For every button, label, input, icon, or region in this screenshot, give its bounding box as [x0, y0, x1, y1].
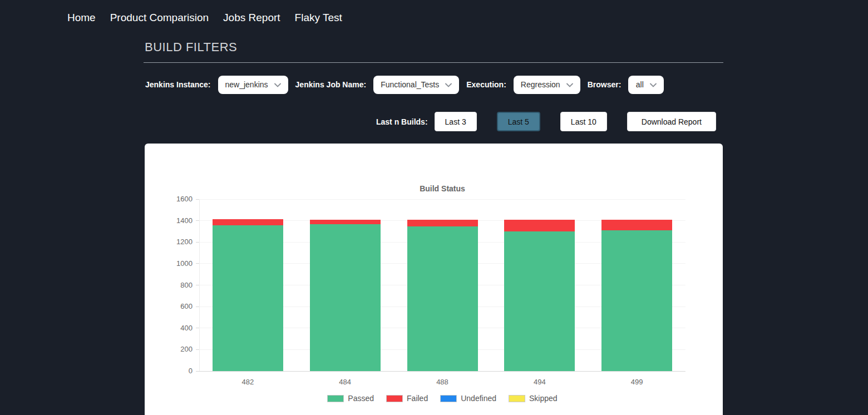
legend-swatch-failed — [386, 395, 403, 402]
legend-swatch-passed — [327, 395, 344, 402]
y-axis-label: 1000 — [162, 259, 193, 268]
legend-label: Passed — [348, 394, 374, 403]
y-axis-tick — [196, 263, 199, 264]
chevron-down-icon — [445, 80, 452, 89]
x-axis-label: 499 — [588, 378, 685, 386]
y-axis-tick — [196, 307, 199, 307]
browser-label: Browser: — [588, 80, 622, 89]
section-divider — [144, 62, 723, 63]
chart-card: Build Status 020040060080010001200140016… — [145, 144, 723, 415]
x-axis-label: 482 — [199, 378, 297, 386]
bar-segment-failed[interactable] — [504, 220, 575, 231]
legend-item-undefined[interactable]: Undefined — [440, 394, 496, 403]
y-axis-label: 1400 — [162, 216, 193, 225]
top-nav: Home Product Comparision Jobs Report Fla… — [67, 12, 342, 24]
page: Home Product Comparision Jobs Report Fla… — [0, 0, 868, 415]
execution-value: Regression — [521, 80, 560, 89]
download-report-button[interactable]: Download Report — [627, 112, 716, 131]
y-axis-label: 800 — [162, 281, 193, 289]
last-3-button[interactable]: Last 3 — [435, 112, 477, 131]
x-axis-label: 494 — [491, 378, 588, 386]
y-axis-tick — [196, 349, 199, 350]
nav-item-home[interactable]: Home — [67, 12, 96, 24]
y-axis-label: 1200 — [162, 238, 193, 246]
legend-item-failed[interactable]: Failed — [386, 394, 428, 403]
chevron-down-icon — [650, 80, 657, 89]
legend-swatch-skipped — [509, 395, 525, 402]
y-axis-label: 1600 — [162, 195, 193, 203]
last-10-button[interactable]: Last 10 — [560, 112, 607, 131]
browser-select[interactable]: all — [628, 76, 664, 94]
browser-value: all — [636, 80, 644, 89]
y-axis-tick — [196, 199, 199, 200]
bar-segment-passed[interactable] — [601, 230, 672, 371]
jenkins-job-name-group: Jenkins Job Name: Functional_Tests — [295, 76, 460, 94]
y-axis-tick — [196, 242, 199, 243]
gridline — [199, 199, 685, 200]
bar-segment-passed[interactable] — [213, 225, 283, 371]
filter-row: Jenkins Instance: new_jenkins Jenkins Jo… — [145, 75, 671, 94]
jenkins-instance-select[interactable]: new_jenkins — [218, 76, 288, 94]
jenkins-job-name-value: Functional_Tests — [381, 80, 439, 89]
build-filters-title: BUILD FILTERS — [145, 40, 237, 55]
browser-group: Browser: all — [588, 76, 664, 94]
jenkins-instance-group: Jenkins Instance: new_jenkins — [145, 76, 288, 94]
build-status-chart: 0200400600800100012001400160048248448849… — [199, 199, 685, 371]
x-axis-label: 488 — [394, 378, 491, 386]
bar-segment-failed[interactable] — [213, 219, 283, 225]
execution-label: Execution: — [466, 80, 506, 89]
bar-segment-failed[interactable] — [407, 220, 478, 226]
y-axis-label: 0 — [162, 367, 193, 375]
y-axis-label: 200 — [162, 345, 193, 353]
y-axis-tick — [196, 328, 199, 328]
last-5-button[interactable]: Last 5 — [497, 112, 540, 131]
bar-segment-passed[interactable] — [310, 224, 381, 371]
jenkins-instance-value: new_jenkins — [225, 80, 268, 89]
nav-item-flaky-test[interactable]: Flaky Test — [295, 12, 342, 24]
chart-legend: PassedFailedUndefinedSkipped — [199, 394, 685, 403]
legend-label: Failed — [407, 394, 428, 403]
chevron-down-icon — [274, 80, 281, 89]
jenkins-job-name-select[interactable]: Functional_Tests — [373, 76, 459, 94]
execution-select[interactable]: Regression — [514, 76, 580, 94]
jenkins-instance-label: Jenkins Instance: — [145, 80, 211, 89]
y-axis-label: 600 — [162, 302, 193, 310]
bar-segment-failed[interactable] — [601, 220, 672, 230]
nav-item-jobs-report[interactable]: Jobs Report — [223, 12, 280, 24]
builds-row: Last n Builds: Last 3 Last 5 Last 10 Dow… — [376, 112, 716, 131]
bar-segment-passed[interactable] — [407, 226, 478, 371]
x-axis-label: 484 — [297, 378, 394, 386]
y-axis-tick — [196, 285, 199, 285]
chart-title: Build Status — [199, 184, 685, 193]
execution-group: Execution: Regression — [466, 76, 580, 94]
legend-swatch-undefined — [440, 395, 457, 402]
legend-label: Undefined — [461, 394, 496, 403]
chevron-down-icon — [566, 80, 573, 89]
legend-item-skipped[interactable]: Skipped — [509, 394, 558, 403]
y-axis-label: 400 — [162, 324, 193, 332]
legend-item-passed[interactable]: Passed — [327, 394, 374, 403]
jenkins-job-name-label: Jenkins Job Name: — [295, 80, 367, 89]
y-axis-tick — [196, 220, 199, 221]
legend-label: Skipped — [529, 394, 558, 403]
last-n-builds-label: Last n Builds: — [376, 117, 428, 126]
nav-item-product-comparision[interactable]: Product Comparision — [110, 12, 209, 24]
y-axis-tick — [196, 371, 199, 372]
bar-segment-passed[interactable] — [504, 231, 575, 371]
bar-segment-failed[interactable] — [310, 220, 381, 224]
